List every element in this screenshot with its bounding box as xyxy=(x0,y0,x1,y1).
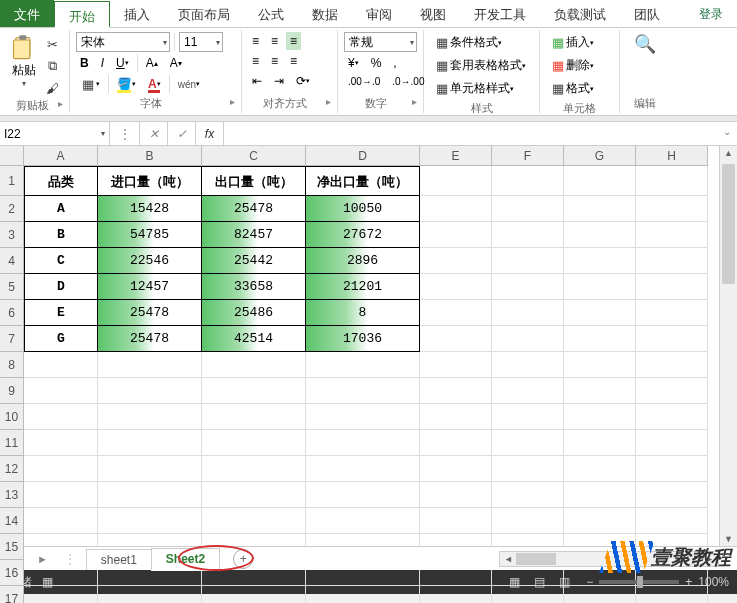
cell-D9[interactable] xyxy=(306,378,420,404)
decrease-font-button[interactable]: A▾ xyxy=(166,54,186,72)
sheet-tab-2[interactable]: Sheet2 xyxy=(151,548,220,571)
cell-G4[interactable] xyxy=(564,248,636,274)
cell-H14[interactable] xyxy=(636,508,708,534)
scroll-left-icon[interactable]: ◄ xyxy=(500,552,517,566)
row-header-2[interactable]: 2 xyxy=(0,196,24,222)
formula-expand-button[interactable]: ⌄ xyxy=(723,126,731,145)
col-header-A[interactable]: A xyxy=(24,146,98,166)
cell-B13[interactable] xyxy=(98,482,202,508)
scroll-up-icon[interactable]: ▲ xyxy=(720,148,737,158)
cell-C8[interactable] xyxy=(202,352,306,378)
cell-E3[interactable] xyxy=(420,222,492,248)
cell-A13[interactable] xyxy=(24,482,98,508)
cell-D4[interactable]: 2896 xyxy=(306,248,420,274)
col-header-G[interactable]: G xyxy=(564,146,636,166)
cell-F9[interactable] xyxy=(492,378,564,404)
tab-data[interactable]: 数据 xyxy=(298,0,352,27)
paste-button[interactable]: 粘贴 ▾ xyxy=(10,32,38,98)
cell-G2[interactable] xyxy=(564,196,636,222)
cell-F10[interactable] xyxy=(492,404,564,430)
cell-C6[interactable]: 25486 xyxy=(202,300,306,326)
cell-A6[interactable]: E xyxy=(24,300,98,326)
cell-G6[interactable] xyxy=(564,300,636,326)
cell-G5[interactable] xyxy=(564,274,636,300)
cell-H5[interactable] xyxy=(636,274,708,300)
scroll-thumb[interactable] xyxy=(722,164,735,284)
cell-C7[interactable]: 42514 xyxy=(202,326,306,352)
col-header-E[interactable]: E xyxy=(420,146,492,166)
cell-G3[interactable] xyxy=(564,222,636,248)
conditional-format-button[interactable]: ▦条件格式▾ xyxy=(430,32,506,53)
cell-B10[interactable] xyxy=(98,404,202,430)
cell-G7[interactable] xyxy=(564,326,636,352)
cell-E17[interactable] xyxy=(420,586,492,603)
cell-A1[interactable]: 品类 xyxy=(24,166,98,196)
row-header-3[interactable]: 3 xyxy=(0,222,24,248)
cell-E14[interactable] xyxy=(420,508,492,534)
cell-D8[interactable] xyxy=(306,352,420,378)
tab-page-layout[interactable]: 页面布局 xyxy=(164,0,244,27)
orientation-button[interactable]: ⟳▾ xyxy=(292,72,314,90)
row-header-10[interactable]: 10 xyxy=(0,404,24,430)
add-sheet-button[interactable]: + xyxy=(233,549,253,569)
cell-F1[interactable] xyxy=(492,166,564,196)
cell-E6[interactable] xyxy=(420,300,492,326)
spreadsheet-grid[interactable]: ABCDEFGH 1234567891011121314151617 品类进口量… xyxy=(0,146,737,546)
row-header-17[interactable]: 17 xyxy=(0,586,24,603)
vertical-scrollbar[interactable]: ▲ ▼ xyxy=(719,146,737,546)
cell-B17[interactable] xyxy=(98,586,202,603)
row-header-14[interactable]: 14 xyxy=(0,508,24,534)
borders-button[interactable]: ▦▾ xyxy=(76,74,104,94)
format-as-table-button[interactable]: ▦套用表格格式▾ xyxy=(430,55,530,76)
accounting-button[interactable]: ¥▾ xyxy=(344,54,363,72)
cell-E4[interactable] xyxy=(420,248,492,274)
cell-A17[interactable] xyxy=(24,586,98,603)
cell-H17[interactable] xyxy=(636,586,708,603)
align-top-button[interactable]: ≡ xyxy=(248,32,263,50)
tab-view[interactable]: 视图 xyxy=(406,0,460,27)
font-launcher[interactable]: ▸ xyxy=(230,96,235,107)
horizontal-scrollbar[interactable]: ◄ ► xyxy=(499,551,719,567)
cell-C4[interactable]: 25442 xyxy=(202,248,306,274)
cell-D11[interactable] xyxy=(306,430,420,456)
underline-button[interactable]: U▾ xyxy=(112,54,133,72)
row-header-13[interactable]: 13 xyxy=(0,482,24,508)
align-center-button[interactable]: ≡ xyxy=(267,52,282,70)
cell-styles-button[interactable]: ▦单元格样式▾ xyxy=(430,78,518,99)
cell-E8[interactable] xyxy=(420,352,492,378)
cell-D12[interactable] xyxy=(306,456,420,482)
number-launcher[interactable]: ▸ xyxy=(412,96,417,107)
tab-insert[interactable]: 插入 xyxy=(110,0,164,27)
cell-E2[interactable] xyxy=(420,196,492,222)
decrease-indent-button[interactable]: ⇤ xyxy=(248,72,266,90)
col-header-D[interactable]: D xyxy=(306,146,420,166)
cell-E7[interactable] xyxy=(420,326,492,352)
comma-button[interactable]: , xyxy=(389,54,400,72)
cell-H12[interactable] xyxy=(636,456,708,482)
cell-C13[interactable] xyxy=(202,482,306,508)
cell-D3[interactable]: 27672 xyxy=(306,222,420,248)
phonetic-button[interactable]: wén▾ xyxy=(174,77,204,92)
cell-B4[interactable]: 22546 xyxy=(98,248,202,274)
cell-G1[interactable] xyxy=(564,166,636,196)
name-box-input[interactable] xyxy=(4,127,84,141)
cell-E10[interactable] xyxy=(420,404,492,430)
cell-G11[interactable] xyxy=(564,430,636,456)
cell-H4[interactable] xyxy=(636,248,708,274)
cell-B9[interactable] xyxy=(98,378,202,404)
font-name-combo[interactable]: 宋体▾ xyxy=(76,32,170,52)
font-size-combo[interactable]: 11▾ xyxy=(179,32,223,52)
cell-H13[interactable] xyxy=(636,482,708,508)
sheet-tab-1[interactable]: sheet1 xyxy=(86,549,152,570)
cell-A4[interactable]: C xyxy=(24,248,98,274)
cell-G17[interactable] xyxy=(564,586,636,603)
cell-B8[interactable] xyxy=(98,352,202,378)
cell-C10[interactable] xyxy=(202,404,306,430)
insert-cells-button[interactable]: ▦插入▾ xyxy=(546,32,598,53)
cell-H9[interactable] xyxy=(636,378,708,404)
cell-A9[interactable] xyxy=(24,378,98,404)
cell-F2[interactable] xyxy=(492,196,564,222)
cell-E12[interactable] xyxy=(420,456,492,482)
col-header-B[interactable]: B xyxy=(98,146,202,166)
cell-D14[interactable] xyxy=(306,508,420,534)
